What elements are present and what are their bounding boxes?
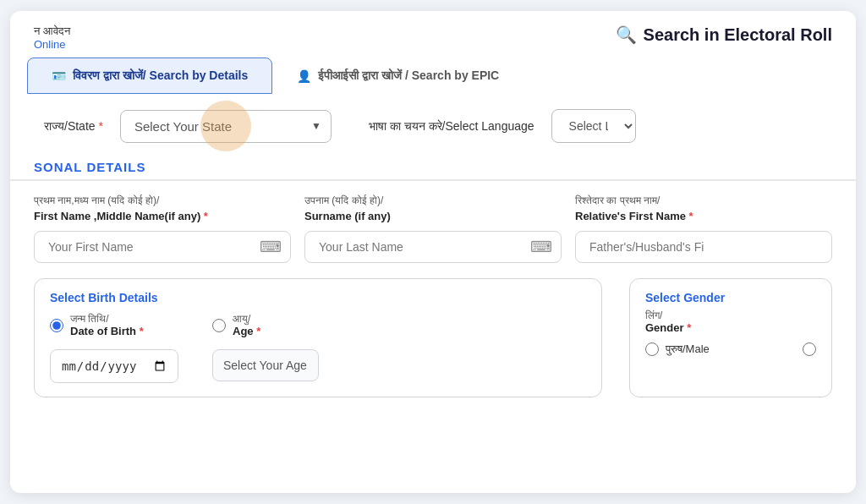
nav-text: न आवेदन [34,25,70,38]
gender-hindi-label: लिंग/ [645,310,816,321]
age-hindi-label: आयु/ [233,313,260,325]
gender-en-label: Gender * [645,321,816,334]
person-icon: 👤 [297,69,311,83]
online-badge: Online [34,38,70,51]
tabs-row: 🪪 विवरण द्वारा खोजें/ Search by Details … [10,58,856,94]
dob-radio[interactable] [50,319,63,332]
tab-search-by-details[interactable]: 🪪 विवरण द्वारा खोजें/ Search by Details [27,58,272,94]
language-select[interactable]: Select La [551,109,636,143]
state-label: राज्य/State * [44,119,103,134]
age-option: आयु/ Age * Select Your Age [212,313,319,381]
dob-date-input[interactable] [50,349,178,383]
age-en-label: Age * [233,325,260,337]
birth-section-title: Select Birth Details [50,291,586,304]
page-title: Search in Electoral Roll [644,25,832,45]
state-language-row: राज्य/State * Select Your State ▼ भाषा क… [10,94,856,151]
birth-options-row: जन्म तिथि/ Date of Birth * [50,313,586,383]
first-name-group: प्रथम नाम,मध्य नाम (यदि कोई हो)/ First N… [34,194,291,263]
last-name-input-wrapper: ⌨ [304,231,562,263]
language-label: भाषा का चयन करे/Select Language [369,119,534,134]
name-fields-row: प्रथम नाम,मध्य नाम (यदि कोई हो)/ First N… [34,194,832,263]
relative-name-hindi-label: रिश्तेदार का प्रथम नाम/ [575,194,832,206]
gender-female-radio[interactable] [803,342,816,356]
gender-male-row: पुरुष/Male [645,342,816,356]
age-radio-row: आयु/ Age * [212,313,319,337]
tab2-label: ईपीआईसी द्वारा खोजें / Search by EPIC [318,68,499,83]
gender-male-label: पुरुष/Male [666,342,710,356]
birth-gender-section: Select Birth Details जन्म तिथि/ Date of … [34,278,832,397]
age-select[interactable]: Select Your Age [212,349,319,381]
relative-name-group: रिश्तेदार का प्रथम नाम/ Relative's First… [575,194,832,263]
gender-male-radio[interactable] [645,342,659,356]
id-card-icon: 🪪 [52,69,66,83]
dob-en-label: Date of Birth * [70,325,144,337]
birth-left-panel: Select Birth Details जन्म तिथि/ Date of … [34,278,602,397]
state-required: * [98,119,102,133]
first-name-hindi-label: प्रथम नाम,मध्य नाम (यदि कोई हो)/ [34,194,291,206]
last-name-en-label: Surname (if any) [304,210,562,222]
dob-radio-option: जन्म तिथि/ Date of Birth * [50,313,178,337]
first-name-input[interactable] [43,232,260,262]
age-radio[interactable] [212,319,226,332]
last-name-group: उपनाम (यदि कोई हो)/ Surname (if any) ⌨ [304,194,562,263]
header-title-area: 🔍 Search in Electoral Roll [616,25,832,45]
keyboard-icon-2[interactable]: ⌨ [530,238,552,256]
personal-section-title: SONAL DETAILS [10,151,856,181]
last-name-input[interactable] [314,232,530,262]
last-name-hindi-label: उपनाम (यदि कोई हो)/ [304,194,562,206]
keyboard-icon[interactable]: ⌨ [260,238,282,256]
tab-search-by-epic[interactable]: 👤 ईपीआईसी द्वारा खोजें / Search by EPIC [272,58,523,94]
dob-option: जन्म तिथि/ Date of Birth * [50,313,178,383]
tab1-label: विवरण द्वारा खोजें/ Search by Details [73,68,248,83]
state-select-wrapper: Select Your State ▼ [120,110,332,143]
personal-section: प्रथम नाम,मध्य नाम (यदि कोई हो)/ First N… [10,194,856,397]
gender-section: Select Gender लिंग/ Gender * पुरुष/Male [629,278,832,397]
search-icon-header: 🔍 [616,25,637,45]
relative-name-input[interactable] [584,232,823,262]
header-left: न आवेदन Online [34,25,70,51]
first-name-input-wrapper: ⌨ [34,231,291,263]
header: न आवेदन Online 🔍 Search in Electoral Rol… [10,11,856,58]
first-name-en-label: First Name ,Middle Name(if any) * [34,210,291,222]
main-container: न आवेदन Online 🔍 Search in Electoral Rol… [10,11,856,493]
gender-section-title: Select Gender [645,291,816,304]
state-select[interactable]: Select Your State [120,110,332,143]
relative-name-input-wrapper [575,231,832,263]
dob-hindi-label: जन्म तिथि/ [70,313,144,325]
relative-name-en-label: Relative's First Name * [575,210,832,222]
